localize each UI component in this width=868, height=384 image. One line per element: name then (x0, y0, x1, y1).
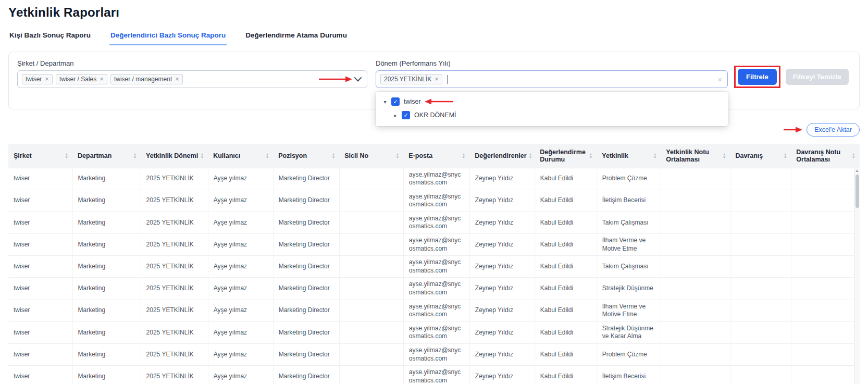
cell-şirket: twiser (8, 190, 72, 212)
cell-e-posta: ayse.yilmaz@snycosmatics.com (403, 168, 469, 190)
scroll-up-icon[interactable]: ▲ (855, 168, 859, 174)
cell-kullanıcı: Ayşe yılmaz (208, 344, 273, 366)
tree-caret-collapsed-icon[interactable]: ▸ (392, 113, 399, 118)
tab-degerlendirici-bazli-sonuc-raporu[interactable]: Değerlendirici Bazlı Sonuç Raporu (109, 28, 227, 45)
cell-şirket: twiser (8, 212, 72, 233)
column-header-label: Değerlendirenler (475, 152, 526, 159)
cell-departman: Marketing (72, 234, 141, 256)
cell-değerlendirenler: Zeynep Yıldız (469, 321, 535, 343)
column-header-yetkinlik-notu-ortalaması[interactable]: Yetkinlik Notu Ortalaması▲▼ (661, 144, 730, 168)
sort-icon[interactable]: ▲▼ (396, 153, 399, 158)
cell-e-posta: ayse.yilmaz@snycosmatics.com (403, 278, 469, 300)
cell-davranış-notu-ortalaması (791, 278, 859, 300)
sort-icon[interactable]: ▲▼ (65, 153, 68, 158)
column-header-departman[interactable]: Departman▲▼ (72, 144, 141, 168)
tree-caret-expanded-icon[interactable]: ▾ (382, 99, 388, 105)
cell-davranış-notu-ortalaması (791, 168, 859, 190)
period-filter-group: Dönem (Performans Yılı) 2025 YETKİNLİK× … (376, 59, 728, 88)
filter-tag: twiser / Sales× (56, 74, 107, 84)
column-header-yetkinlik-dönemi[interactable]: Yetkinlik Dönemi▲▼ (141, 144, 208, 168)
cell-kullanıcı: Ayşe yılmaz (208, 278, 273, 300)
sort-icon[interactable]: ▲▼ (852, 153, 855, 158)
table-row-3: twiserMarketing2025 YETKİNLİKAyşe yılmaz… (8, 234, 860, 256)
remove-tag-icon[interactable]: × (435, 77, 439, 82)
filtrele-button[interactable]: Filtrele (738, 69, 777, 85)
cell-değerlendirme-durumu: Kabul Edildi (535, 212, 597, 233)
tree-item-okr-dönemi̇[interactable]: ▸✓OKR DÖNEMİ (376, 108, 728, 122)
chevron-down-icon[interactable] (354, 77, 362, 82)
column-header-yetkinlik[interactable]: Yetkinlik▲▼ (597, 144, 661, 168)
filter-tag: twiser / management× (110, 74, 183, 84)
cell-departman: Marketing (72, 168, 141, 190)
remove-tag-icon[interactable]: × (45, 77, 49, 82)
clear-select-icon[interactable]: × (717, 75, 722, 84)
column-header-değerlendirme-durumu[interactable]: Değerlendirme Durumu▲▼ (535, 144, 597, 168)
sort-icon[interactable]: ▲▼ (529, 153, 532, 158)
filter-panel: Şirket / Departman twiser×twiser / Sales… (8, 52, 860, 109)
tree-item-twiser[interactable]: ▾✓twiser (376, 95, 728, 108)
column-header-label: Departman (78, 152, 111, 159)
cell-yetkinlik-dönemi: 2025 YETKİNLİK (141, 190, 208, 212)
column-header-label: Değerlendirme Durumu (540, 148, 587, 163)
cell-yetkinlik-notu-ortalaması (661, 190, 730, 212)
cell-değerlendirenler: Zeynep Yıldız (469, 278, 535, 300)
table-row-9: twiserMarketing2025 YETKİNLİKAyşe yılmaz… (8, 366, 860, 384)
cell-kullanıcı: Ayşe yılmaz (208, 234, 273, 256)
cell-departman: Marketing (72, 278, 141, 300)
sort-icon[interactable]: ▲▼ (723, 153, 726, 158)
table-row-2: twiserMarketing2025 YETKİNLİKAyşe yılmaz… (8, 212, 860, 233)
tab-degerlendirme-atama-durumu[interactable]: Değerlendirme Atama Durumu (244, 28, 348, 45)
cell-pozisyon: Marketing Director (273, 321, 339, 343)
cell-departman: Marketing (72, 212, 141, 233)
tab-kisi-bazli-sonuc-raporu[interactable]: Kişi Bazlı Sonuç Raporu (8, 28, 92, 45)
column-header-sicil-no[interactable]: Sicil No▲▼ (339, 144, 403, 168)
company-department-select[interactable]: twiser×twiser / Sales×twiser / managemen… (17, 70, 367, 88)
sort-icon[interactable]: ▲▼ (784, 153, 787, 158)
cell-kullanıcı: Ayşe yılmaz (208, 212, 273, 233)
sort-icon[interactable]: ▲▼ (462, 153, 465, 158)
cell-değerlendirme-durumu: Kabul Edildi (535, 190, 597, 212)
cell-pozisyon: Marketing Director (273, 168, 339, 190)
cell-yetkinlik: Takım Çalışması (597, 256, 661, 278)
sort-icon[interactable]: ▲▼ (201, 153, 204, 158)
excel-export-button[interactable]: Excel'e Aktar (807, 123, 860, 137)
column-header-şirket[interactable]: Şirket▲▼ (8, 144, 72, 168)
cell-davranış-notu-ortalaması (791, 321, 859, 343)
period-select[interactable]: 2025 YETKİNLİK× × (376, 70, 728, 88)
column-header-label: Şirket (14, 152, 32, 159)
tree-checkbox[interactable]: ✓ (391, 97, 400, 106)
table-row-4: twiserMarketing2025 YETKİNLİKAyşe yılmaz… (8, 256, 860, 278)
scrollbar-thumb[interactable] (855, 175, 859, 208)
filtreyi-temizle-button[interactable]: Filtreyi Temizle (786, 69, 849, 85)
remove-tag-icon[interactable]: × (175, 77, 179, 82)
cell-sicil-no (339, 168, 403, 190)
tree-checkbox[interactable]: ✓ (402, 111, 410, 119)
cell-yetkinlik: Stratejik Düşünme ve Karar Alma (597, 321, 661, 343)
column-header-kullanıcı[interactable]: Kullanıcı▲▼ (208, 144, 273, 168)
vertical-scrollbar[interactable]: ▲ (854, 168, 860, 384)
column-header-e-posta[interactable]: E-posta▲▼ (403, 144, 469, 168)
cell-değerlendirme-durumu: Kabul Edildi (535, 168, 597, 190)
cell-şirket: twiser (8, 300, 72, 321)
column-header-değerlendirenler[interactable]: Değerlendirenler▲▼ (469, 144, 535, 168)
sort-icon[interactable]: ▲▼ (332, 153, 335, 158)
column-header-pozisyon[interactable]: Pozisyon▲▼ (273, 144, 339, 168)
cell-davranış-notu-ortalaması (791, 256, 859, 278)
column-header-davranış[interactable]: Davranış▲▼ (730, 144, 791, 168)
column-header-davranış-notu-ortalaması[interactable]: Davranış Notu Ortalaması▲▼ (791, 144, 859, 168)
cell-departman: Marketing (72, 190, 141, 212)
sort-icon[interactable]: ▲▼ (266, 153, 269, 158)
cell-yetkinlik: Stratejik Düşünme (597, 278, 661, 300)
annotation-arrow-excel (784, 126, 802, 133)
remove-tag-icon[interactable]: × (100, 77, 104, 82)
cell-e-posta: ayse.yilmaz@snycosmatics.com (403, 234, 469, 256)
sort-icon[interactable]: ▲▼ (589, 153, 592, 158)
sort-icon[interactable]: ▲▼ (653, 153, 656, 158)
cell-kullanıcı: Ayşe yılmaz (208, 321, 273, 343)
cell-davranış (730, 344, 791, 366)
cell-şirket: twiser (8, 366, 72, 384)
cell-e-posta: ayse.yilmaz@snycosmatics.com (403, 300, 469, 321)
sort-icon[interactable]: ▲▼ (133, 153, 137, 158)
cell-yetkinlik: İletişim Becerisi (597, 366, 661, 384)
cell-değerlendirme-durumu: Kabul Edildi (535, 234, 597, 256)
